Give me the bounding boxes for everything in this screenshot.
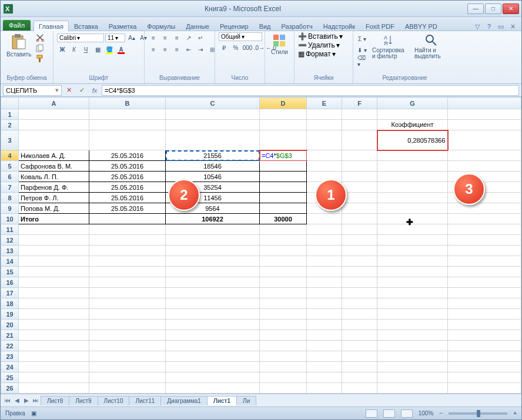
row-header-3[interactable]: 3 — [1, 130, 19, 150]
cell[interactable] — [448, 288, 521, 298]
col-header-G[interactable]: G — [377, 98, 448, 109]
cell[interactable] — [342, 256, 377, 267]
cell[interactable] — [448, 256, 521, 267]
cell[interactable] — [260, 256, 307, 267]
cell[interactable] — [377, 150, 448, 161]
cell[interactable] — [19, 362, 89, 372]
currency-icon[interactable]: ₽ — [219, 42, 229, 53]
cell[interactable] — [19, 256, 89, 267]
close-button[interactable]: ✕ — [503, 4, 519, 14]
help-icon[interactable]: ? — [485, 22, 493, 31]
cell[interactable] — [307, 330, 342, 341]
cell[interactable] — [260, 394, 307, 394]
cell[interactable] — [19, 330, 89, 341]
cell[interactable] — [89, 246, 166, 256]
cell[interactable] — [448, 330, 521, 341]
cell[interactable] — [342, 383, 377, 394]
col-header-F[interactable]: F — [342, 98, 377, 109]
cell[interactable] — [307, 372, 342, 383]
indent-decrease-icon[interactable]: ⇤ — [183, 44, 194, 55]
cells-insert-button[interactable]: ➕Вставить▾ — [298, 32, 343, 41]
align-bottom-icon[interactable]: ≡ — [172, 32, 182, 43]
mdi-close-icon[interactable]: ✕ — [508, 22, 517, 31]
minimize-ribbon-icon[interactable]: ▽ — [473, 22, 481, 31]
cell[interactable] — [342, 235, 377, 246]
percent-icon[interactable]: % — [230, 42, 241, 53]
cell[interactable] — [448, 130, 521, 150]
cell[interactable] — [342, 130, 377, 150]
cell[interactable]: 25.05.2016 — [89, 172, 166, 182]
cell[interactable] — [307, 150, 342, 161]
cell[interactable] — [19, 298, 89, 309]
row-header-23[interactable]: 23 — [1, 351, 19, 362]
fill-icon[interactable]: ⬇ ▾ — [357, 45, 367, 55]
cell[interactable] — [377, 267, 448, 277]
cell[interactable] — [89, 277, 166, 288]
cell[interactable] — [19, 267, 89, 277]
cell[interactable] — [19, 109, 89, 120]
fx-icon[interactable]: fx — [89, 85, 101, 96]
row-header-11[interactable]: 11 — [1, 224, 19, 235]
zoom-in-button[interactable]: + — [513, 410, 517, 416]
cell[interactable] — [448, 362, 521, 372]
row-header-26[interactable]: 26 — [1, 383, 19, 394]
cell[interactable] — [166, 320, 260, 330]
cell[interactable]: Дата — [89, 130, 166, 150]
minimize-button[interactable]: — — [467, 4, 484, 14]
cell[interactable] — [342, 246, 377, 256]
cell[interactable] — [166, 256, 260, 267]
cell[interactable] — [260, 351, 307, 362]
cell[interactable] — [307, 362, 342, 372]
cell[interactable] — [89, 288, 166, 298]
cell[interactable] — [307, 246, 342, 256]
cell[interactable] — [448, 383, 521, 394]
col-header-B[interactable]: B — [89, 98, 166, 109]
row-header-15[interactable]: 15 — [1, 267, 19, 277]
row-header-9[interactable]: 9 — [1, 203, 19, 214]
page-break-view-button[interactable] — [401, 409, 413, 418]
cell[interactable] — [19, 288, 89, 298]
cell[interactable] — [166, 351, 260, 362]
number-format-combo[interactable]: Общий▾ — [219, 32, 262, 41]
formula-input[interactable] — [102, 85, 519, 96]
cell[interactable] — [448, 120, 521, 130]
cell[interactable] — [166, 383, 260, 394]
cell[interactable]: Коэффициент — [377, 120, 448, 130]
cell[interactable] — [260, 161, 307, 172]
font-name-combo[interactable]: Calibri▾ — [57, 33, 104, 42]
cell[interactable] — [89, 320, 166, 330]
normal-view-button[interactable] — [366, 409, 377, 418]
cell[interactable] — [448, 246, 521, 256]
cell[interactable] — [307, 351, 342, 362]
cell[interactable] — [260, 224, 307, 235]
align-top-icon[interactable]: ≡ — [148, 32, 159, 43]
cell[interactable] — [307, 320, 342, 330]
cancel-formula-icon[interactable]: ✕ — [63, 85, 75, 96]
zoom-slider[interactable] — [449, 412, 507, 415]
cell[interactable] — [19, 341, 89, 351]
cell[interactable]: 25.05.2016 — [89, 193, 166, 203]
row-header-2[interactable]: 2 — [1, 120, 19, 130]
cell[interactable] — [19, 246, 89, 256]
ribbon-tab-6[interactable]: Вид — [254, 21, 276, 32]
clear-icon[interactable]: ⌫ ▾ — [357, 56, 367, 66]
cell[interactable] — [342, 362, 377, 372]
wrap-text-icon[interactable]: ↵ — [195, 32, 206, 43]
col-header-C[interactable]: C — [166, 98, 260, 109]
cell[interactable] — [307, 224, 342, 235]
cell[interactable] — [448, 235, 521, 246]
cell[interactable] — [377, 203, 448, 214]
cell[interactable] — [307, 130, 342, 150]
cell[interactable]: 18546 — [166, 161, 260, 172]
cell[interactable] — [377, 182, 448, 193]
cell[interactable] — [89, 383, 166, 394]
styles-button[interactable]: Стили — [269, 32, 290, 56]
align-middle-icon[interactable]: ≡ — [160, 32, 170, 43]
cell[interactable] — [260, 298, 307, 309]
cell[interactable] — [377, 288, 448, 298]
cell[interactable]: 25.05.2016 — [89, 150, 166, 161]
ribbon-tab-9[interactable]: Foxit PDF — [360, 21, 400, 32]
cell[interactable] — [260, 203, 307, 214]
align-left-icon[interactable]: ≡ — [148, 44, 159, 55]
row-header-27[interactable]: 27 — [1, 394, 19, 394]
